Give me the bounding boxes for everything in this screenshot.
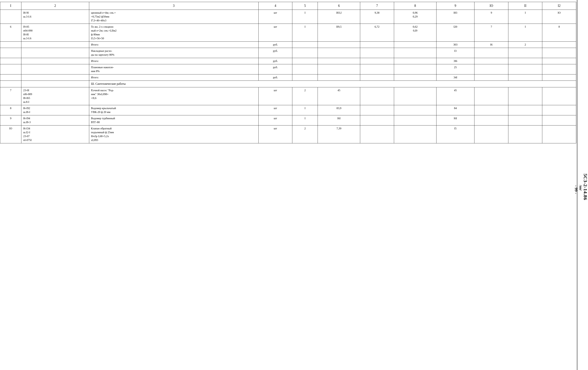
cell-row0-col6: I83,I	[318, 10, 360, 24]
naklad-row: Накладные расхо- ды на зарплату 80% руб.…	[0, 48, 576, 58]
cell-row0-col1	[0, 10, 21, 24]
cell-row9-col5: I	[292, 105, 318, 115]
col-header-10: IO	[474, 2, 508, 10]
cell-row9-col6: 83,9	[318, 105, 360, 115]
main-table: I 2 3 4 5 6 7 8 9 IO II I2	[0, 2, 576, 143]
cell-row11-col1: IO	[0, 125, 21, 143]
cell-row11-col2: I6-I34 ш.I2-I 23-07 пI-075I	[21, 125, 89, 143]
itogo-row-3: Итого: руб. 34I	[0, 74, 576, 81]
col-header-12: I2	[542, 2, 576, 10]
cell-row8-col10	[474, 87, 508, 105]
cell-row10-col4: шт	[258, 115, 292, 125]
table-row: 7 23-0I пI6-009 I8-I65 ш.8-I Ручной насо…	[0, 87, 576, 105]
cell-row1-col12: 8	[542, 24, 576, 42]
cell-row9-col4: шт	[258, 105, 292, 115]
itogo-val9-2: 3I6	[436, 58, 474, 64]
cell-row1-col6: II9,5	[318, 24, 360, 42]
cell-row10-col3: Водомер турбинный ВТГ-80	[89, 115, 258, 125]
itogo-val10-1: I6	[474, 42, 508, 48]
cell-row8-col1: 7	[0, 87, 21, 105]
cell-row10-col2: I6-I94 ш.I8-3	[21, 115, 89, 125]
side-top-text: 5С3-2-14.86	[582, 174, 588, 200]
cell-row11-col10	[474, 125, 508, 143]
col-header-2: 2	[21, 2, 89, 10]
cell-row10-col11	[508, 115, 542, 125]
cell-row0-col5: I	[292, 10, 318, 24]
cell-row11-col4: шт	[258, 125, 292, 143]
cell-row8-col2: 23-0I пI6-009 I8-I65 ш.8-I	[21, 87, 89, 105]
cell-row10-col8	[394, 115, 436, 125]
itogo-row: Итого: руб. 303 I6 2	[0, 42, 576, 48]
cell-row10-col10	[474, 115, 508, 125]
cell-row0-col12: IO	[542, 10, 576, 24]
cell-row1-col2: I9-05 п04-090 I8-8I ш.3-I.6	[21, 24, 89, 42]
cell-row0-col4: шт	[258, 10, 292, 24]
header-row: I 2 3 4 5 6 7 8 9 IO II I2	[0, 2, 576, 10]
col-header-11: II	[508, 2, 542, 10]
table-row: 6 I9-05 п04-090 I8-8I ш.3-I.6 То же, 2-х…	[0, 24, 576, 42]
cell-row0-col11: I	[508, 10, 542, 24]
side-label: 5С3-2-14.86 /пп/ - 99 -	[577, 0, 588, 370]
cell-row10-col9: I6I	[436, 115, 474, 125]
col-header-6: 6	[318, 2, 360, 10]
col-header-4: 4	[258, 2, 292, 10]
cell-row9-col12	[542, 105, 576, 115]
cell-row8-col12	[542, 87, 576, 105]
itogo-label-2: Итого:	[89, 58, 258, 64]
table-row: I8-9I ш.3-I.6 ционный е=4м; сек.= =0,75м…	[0, 10, 576, 24]
cell-row9-col7	[360, 105, 394, 115]
cell-row9-col8	[394, 105, 436, 115]
cell-row1-col11: I	[508, 24, 542, 42]
cell-row9-col9: 84	[436, 105, 474, 115]
cell-row10-col5: I	[292, 115, 318, 125]
cell-row8-col6: 45	[318, 87, 360, 105]
section-header-text: Ш. Сантехнические работы	[89, 81, 576, 87]
cell-row8-col5: 2	[292, 87, 318, 105]
table-row: IO I6-I34 ш.I2-I 23-07 пI-075I Клапан об…	[0, 125, 576, 143]
cell-row11-col7	[360, 125, 394, 143]
col-header-9: 9	[436, 2, 474, 10]
side-separator: /пп/	[579, 185, 582, 191]
itogo-val9-3: 34I	[436, 74, 474, 81]
cell-row11-col8	[394, 125, 436, 143]
itogo-unit-1: руб.	[258, 42, 292, 48]
cell-row8-col9: 45	[436, 87, 474, 105]
cell-row8-col7	[360, 87, 394, 105]
cell-row8-col4: шт	[258, 87, 292, 105]
section-header-row: Ш. Сантехнические работы	[0, 81, 576, 87]
planov-val9: 25	[436, 64, 474, 74]
cell-row1-col7: 6,72	[360, 24, 394, 42]
cell-row11-col5: 2	[292, 125, 318, 143]
itogo-row-2: Итого: руб. 3I6	[0, 58, 576, 64]
col-header-1: I	[0, 2, 21, 10]
cell-row0-col9: I83	[436, 10, 474, 24]
cell-row1-col8: 0,62 0,I9	[394, 24, 436, 42]
planov-unit: руб.	[258, 64, 292, 74]
cell-row9-col10	[474, 105, 508, 115]
cell-row11-col6: 7,39	[318, 125, 360, 143]
cell-row11-col9: I5	[436, 125, 474, 143]
cell-row10-col12	[542, 115, 576, 125]
cell-row0-col3: ционный е=4м; сек.= =0,75м2 ф50мм I7,I+4…	[89, 10, 258, 24]
cell-row0-col2: I8-9I ш.3-I.6	[21, 10, 89, 24]
itogo-unit-3: руб.	[258, 74, 292, 81]
naklad-unit: руб.	[258, 48, 292, 58]
cell-row1-col5: I	[292, 24, 318, 42]
cell-row0-col10: 9	[474, 10, 508, 24]
planov-row: Плановые накопле- ния 8% руб. 25	[0, 64, 576, 74]
cell-row10-col7	[360, 115, 394, 125]
side-bottom-text: - 99 -	[574, 185, 579, 194]
cell-row8-col8	[394, 87, 436, 105]
itogo-label-1: Итого:	[89, 42, 258, 48]
cell-row11-col11	[508, 125, 542, 143]
table-row: 9 I6-I94 ш.I8-3 Водомер турбинный ВТГ-80…	[0, 115, 576, 125]
cell-row11-col3: Клапан обратный подъемный ф 25мм I6ч3р I…	[89, 125, 258, 143]
cell-row8-col11	[508, 87, 542, 105]
col-header-3: 3	[89, 2, 258, 10]
cell-row1-col3: То же, 2-х секцион- ный е=2м; сек.=I,IIм…	[89, 24, 258, 42]
col-header-5: 5	[292, 2, 318, 10]
cell-row0-col8: 0,96 0,29	[394, 10, 436, 24]
cell-row9-col3: Водомер крыльчатый УВК-20 ф 20 мм	[89, 105, 258, 115]
cell-row1-col1: 6	[0, 24, 21, 42]
cell-row11-col12	[542, 125, 576, 143]
